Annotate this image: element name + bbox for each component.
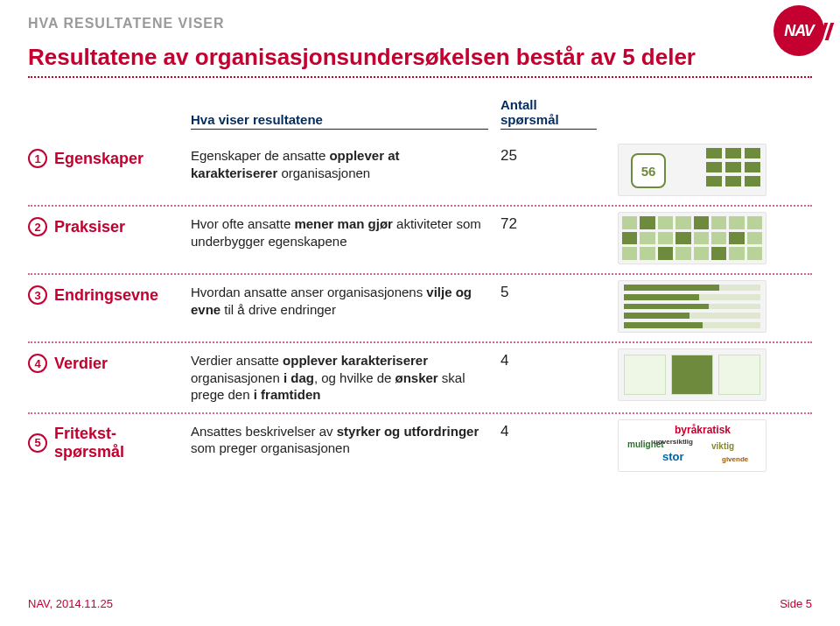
section-row: 3 Endringsevne Hvordan ansatte anser org… [28, 273, 812, 333]
footer-date: NAV, 2014.11.25 [28, 597, 113, 610]
section-description: Hvor ofte ansatte mener man gjør aktivit… [191, 212, 488, 250]
wordcloud-word: givende [722, 455, 748, 463]
brand-logo: NAV [774, 5, 824, 56]
slide-page: HVA RESULTATENE VISER NAV Resultatene av… [0, 0, 840, 626]
footer-page-number: Side 5 [780, 597, 812, 610]
slide-kicker: HVA RESULTATENE VISER [28, 16, 812, 32]
section-question-count: 4 [500, 419, 606, 440]
section-number-badge: 4 [28, 354, 47, 373]
col-head-count: Antall spørsmål [500, 97, 597, 130]
section-label: 3 Endringsevne [28, 280, 178, 305]
section-number-badge: 1 [28, 149, 47, 168]
section-number-badge: 5 [28, 433, 47, 453]
section-label-text: Egenskaper [54, 150, 144, 168]
wordcloud-word: stor [662, 450, 684, 463]
section-label: 1 Egenskaper [28, 144, 178, 168]
thumbnail-tiles-icon [706, 148, 760, 186]
section-thumbnail: byråkratisk mulighet viktig stor uoversi… [618, 419, 766, 472]
section-label-text: Endringsevne [54, 286, 158, 305]
slide-headline: Resultatene av organisasjonsundersøkelse… [28, 44, 812, 71]
section-question-count: 4 [500, 348, 606, 369]
col-head-description: Hva viser resultatene [191, 112, 488, 130]
headline-divider [28, 76, 812, 78]
section-thumbnail: 56 [618, 144, 766, 196]
section-row: 5 Fritekst-spørsmål Ansattes beskrivelse… [28, 412, 812, 472]
section-label-text: Praksiser [54, 218, 125, 236]
brand-logo-stripes [822, 23, 831, 40]
section-label: 4 Verdier [28, 348, 178, 373]
section-question-count: 25 [500, 144, 606, 165]
section-question-count: 72 [500, 212, 606, 233]
wordcloud-word: viktig [711, 441, 734, 451]
section-thumbnail [618, 280, 766, 333]
section-description: Hvordan ansatte anser organisasjonens vi… [191, 280, 488, 318]
section-number-badge: 2 [28, 217, 47, 236]
thumbnail-hex-value: 56 [631, 153, 666, 188]
section-number-badge: 3 [28, 285, 47, 305]
wordcloud-word: uoversiktlig [654, 438, 693, 446]
column-headers: Hva viser resultatene Antall spørsmål [28, 97, 812, 130]
section-description: Ansattes beskrivelser av styrker og utfo… [191, 419, 488, 457]
section-label-text: Verdier [54, 355, 108, 373]
sections-list: Hva viser resultatene Antall spørsmål 1 … [28, 97, 812, 472]
section-thumbnail [618, 348, 766, 401]
section-row: 4 Verdier Verdier ansatte opplever karak… [28, 341, 812, 404]
section-description: Egenskaper de ansatte opplever at karakt… [191, 144, 488, 181]
section-description: Verdier ansatte opplever karakteriserer … [191, 348, 488, 404]
wordcloud-word: byråkratisk [675, 424, 731, 436]
section-question-count: 5 [500, 280, 606, 301]
section-row: 2 Praksiser Hvor ofte ansatte mener man … [28, 205, 812, 264]
section-row: 1 Egenskaper Egenskaper de ansatte opple… [28, 138, 812, 196]
section-label: 5 Fritekst-spørsmål [28, 419, 178, 461]
section-label: 2 Praksiser [28, 212, 178, 236]
brand-logo-disc: NAV [774, 5, 824, 56]
section-label-text: Fritekst-spørsmål [54, 425, 178, 461]
slide-footer: NAV, 2014.11.25 Side 5 [28, 597, 812, 610]
section-thumbnail [618, 212, 766, 264]
